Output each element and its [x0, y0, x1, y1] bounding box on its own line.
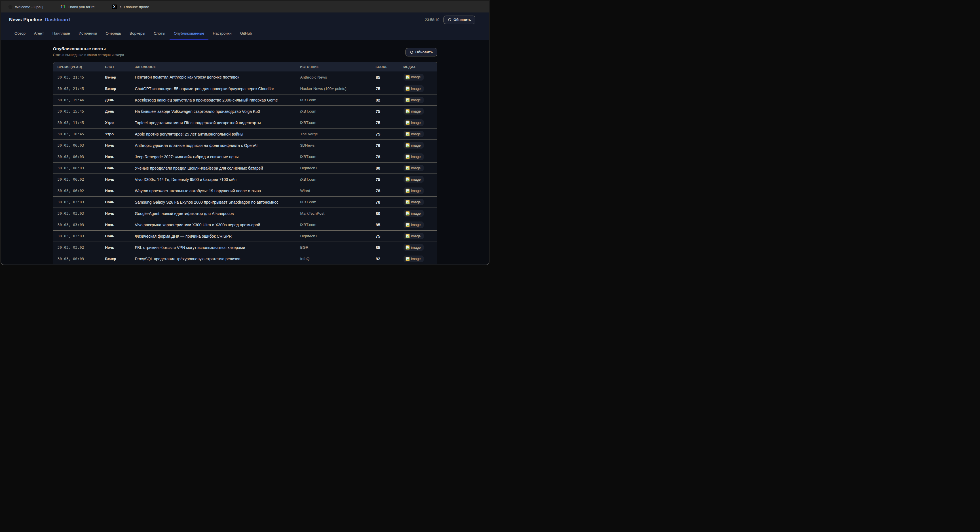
header-refresh-button[interactable]: Обновить	[444, 16, 475, 24]
media-label: image	[411, 223, 421, 227]
row-score: 75	[376, 109, 404, 114]
table-row[interactable]: 30.03, 15:45 День На бывшем заводе Volks…	[53, 105, 437, 117]
nav-tab[interactable]: Обзор	[10, 27, 30, 40]
row-time: 30.03, 06:03	[57, 143, 105, 148]
table-row[interactable]: 30.03, 03:03 Ночь Vivo раскрыла характер…	[53, 219, 437, 230]
row-time: 30.03, 11:45	[57, 121, 105, 125]
row-score: 76	[376, 143, 404, 148]
row-source: Hightech+	[300, 234, 376, 238]
table-row[interactable]: 30.03, 06:03 Ночь Учёные преодолели пред…	[53, 162, 437, 174]
app-subtitle: Dashboard	[45, 17, 70, 23]
nav-tab[interactable]: Воркеры	[125, 27, 150, 40]
framed-picture-icon	[406, 200, 410, 204]
table-row[interactable]: 30.03, 03:02 Ночь FBI: стриминг-боксы и …	[53, 242, 437, 253]
table-header-row: ВРЕМЯ (VLAD) СЛОТ ЗАГОЛОВОК ИСТОЧНИК SCO…	[53, 62, 437, 72]
framed-picture-icon	[406, 177, 410, 182]
table-row[interactable]: 30.03, 15:46 День Koenigsegg наконец зап…	[53, 94, 437, 105]
row-slot: Ночь	[105, 234, 135, 238]
table-row[interactable]: 30.03, 03:03 Ночь Google-Agent: новый ид…	[53, 207, 437, 219]
table-row[interactable]: 30.03, 10:45 Утро Apple против регулятор…	[53, 128, 437, 140]
media-badge: image	[404, 199, 424, 205]
media-badge: image	[404, 221, 424, 228]
browser-tab-title: Thank you for re…	[68, 5, 99, 9]
refresh-icon	[448, 18, 452, 22]
row-source: BGR	[300, 245, 376, 250]
framed-picture-icon	[406, 189, 410, 193]
media-badge: image	[404, 74, 424, 81]
row-media: image	[404, 142, 437, 148]
row-media: image	[404, 210, 437, 217]
row-time: 30.03, 03:02	[57, 245, 105, 250]
framed-picture-icon	[406, 166, 410, 170]
media-label: image	[411, 257, 421, 261]
nav-tab[interactable]: Очередь	[101, 27, 125, 40]
media-badge: image	[404, 153, 424, 160]
col-header-title: ЗАГОЛОВОК	[135, 65, 300, 68]
framed-picture-icon	[406, 86, 410, 91]
media-label: image	[411, 177, 421, 182]
nav-tab[interactable]: Пайплайн	[48, 27, 74, 40]
row-source: Wired	[300, 189, 376, 193]
row-media: image	[404, 255, 437, 262]
media-badge: image	[404, 97, 424, 103]
section-refresh-label: Обновить	[415, 50, 433, 54]
media-badge: image	[404, 188, 424, 194]
row-time: 30.03, 10:45	[57, 132, 105, 136]
section-head: Опубликованные посты Статьи вышедшие в к…	[53, 46, 437, 57]
nav-tab[interactable]: Настройки	[208, 27, 235, 40]
row-source: The Verge	[300, 132, 376, 136]
table-row[interactable]: 30.03, 21:45 Вечер Пентагон пометил Anth…	[53, 72, 437, 83]
col-header-media: МЕДИА	[404, 65, 437, 68]
col-header-source: ИСТОЧНИК	[300, 65, 376, 68]
row-score: 82	[376, 256, 404, 261]
section-refresh-button[interactable]: Обновить	[406, 48, 437, 56]
row-source: iXBT.com	[300, 200, 376, 204]
row-source: iXBT.com	[300, 121, 376, 125]
row-media: image	[404, 119, 437, 126]
nav-tab[interactable]: Слоты	[150, 27, 170, 40]
table-row[interactable]: 30.03, 11:45 Утро Topfeel представила ми…	[53, 117, 437, 128]
table-row[interactable]: 30.03, 00:03 Вечер ProxySQL представил т…	[53, 253, 437, 264]
row-time: 30.03, 03:03	[57, 211, 105, 215]
row-title: Anthropic удвоила платные подписки на фо…	[135, 143, 300, 148]
col-header-time: ВРЕМЯ (VLAD)	[57, 65, 105, 68]
row-score: 80	[376, 211, 404, 216]
nav-tab[interactable]: Источники	[74, 27, 101, 40]
table-row[interactable]: 30.03, 06:03 Ночь Anthropic удвоила плат…	[53, 140, 437, 151]
table-row[interactable]: 30.03, 06:02 Ночь Vivo X300s: 144 Гц, Di…	[53, 174, 437, 185]
row-title: Физическая форма ДНК — причина ошибок CR…	[135, 234, 300, 239]
row-media: image	[404, 188, 437, 194]
row-media: image	[404, 97, 437, 103]
row-slot: Ночь	[105, 200, 135, 204]
media-label: image	[411, 166, 421, 170]
row-score: 80	[376, 166, 404, 170]
table-row[interactable]: 30.03, 03:03 Ночь Физическая форма ДНК —…	[53, 230, 437, 242]
browser-tab-opal[interactable]: Welcome - Opal […	[8, 5, 47, 9]
clock: 23:58:10	[425, 18, 439, 22]
table-row[interactable]: 30.03, 06:03 Ночь Jeep Renegade 2027: «м…	[53, 151, 437, 162]
x-logo-icon: X	[112, 5, 117, 10]
row-source: iXBT.com	[300, 109, 376, 113]
table-row[interactable]: 30.03, 21:45 Вечер ChatGPT использует 55…	[53, 83, 437, 94]
row-time: 30.03, 03:03	[57, 223, 105, 227]
row-score: 78	[376, 200, 404, 204]
table-row[interactable]: 30.03, 03:03 Ночь Samsung Galaxy S26 на …	[53, 196, 437, 207]
framed-picture-icon	[406, 245, 410, 250]
browser-tab-gmail[interactable]: Thank you for re…	[61, 5, 99, 9]
row-score: 85	[376, 245, 404, 250]
row-media: image	[404, 233, 437, 239]
row-media: image	[404, 153, 437, 160]
nav-tab[interactable]: Агент	[30, 27, 48, 40]
row-score: 82	[376, 97, 404, 102]
row-title: FBI: стриминг-боксы и VPN могут использо…	[135, 245, 300, 250]
row-title: Waymo проезжает школьные автобусы: 19 на…	[135, 189, 300, 193]
media-label: image	[411, 98, 421, 102]
media-label: image	[411, 189, 421, 193]
nav-tab[interactable]: GitHub	[236, 27, 256, 40]
table-row[interactable]: 30.03, 06:02 Ночь Waymo проезжает школьн…	[53, 185, 437, 196]
row-media: image	[404, 165, 437, 171]
row-score: 75	[376, 132, 404, 136]
browser-tab-title: X. Главное проис…	[119, 5, 153, 9]
browser-tab-x[interactable]: X X. Главное проис…	[112, 5, 153, 10]
nav-tab[interactable]: Опубликованные	[170, 27, 208, 40]
